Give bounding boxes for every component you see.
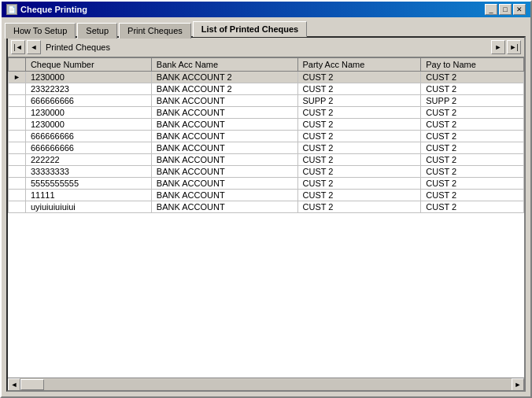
cell-party-acc-name: CUST 2 (297, 119, 421, 131)
tab-how-to-setup[interactable]: How To Setup (5, 23, 76, 39)
cell-party-acc-name: CUST 2 (297, 107, 421, 119)
cell-cheque-number: 666666666 (25, 95, 151, 107)
table-row[interactable]: 1230000BANK ACCOUNTCUST 2CUST 2 (9, 119, 524, 131)
cell-pay-to-name: CUST 2 (421, 154, 524, 166)
cell-cheque-number: uyiuiuiuiuiui (25, 201, 151, 213)
row-indicator (9, 142, 26, 154)
tab-print-cheques[interactable]: Print Cheques (119, 23, 191, 39)
table-row[interactable]: 5555555555BANK ACCOUNTCUST 2CUST 2 (9, 178, 524, 190)
cell-pay-to-name: CUST 2 (421, 201, 524, 213)
scroll-left-button[interactable]: ◄ (8, 378, 20, 391)
tab-bar: How To Setup Setup Print Cheques List of… (2, 17, 530, 36)
row-indicator (9, 166, 26, 178)
table-row[interactable]: 33333333BANK ACCOUNTCUST 2CUST 2 (9, 166, 524, 178)
row-indicator (9, 190, 26, 201)
printed-cheques-table: Cheque Number Bank Acc Name Party Acc Na… (8, 57, 524, 213)
cell-bank-acc-name: BANK ACCOUNT (151, 154, 297, 166)
cell-pay-to-name: CUST 2 (421, 142, 524, 154)
cell-cheque-number: 1230000 (25, 72, 151, 83)
cell-pay-to-name: CUST 2 (421, 107, 524, 119)
cell-bank-acc-name: BANK ACCOUNT (151, 95, 297, 107)
row-indicator (9, 119, 26, 131)
cell-pay-to-name: CUST 2 (421, 131, 524, 142)
row-indicator (9, 83, 26, 95)
scroll-track[interactable] (20, 379, 512, 390)
table-header-row: Cheque Number Bank Acc Name Party Acc Na… (9, 58, 524, 72)
cell-cheque-number: 11111 (25, 190, 151, 201)
row-indicator (9, 107, 26, 119)
col-bank-acc-name: Bank Acc Name (151, 58, 297, 72)
close-button[interactable]: ✕ (513, 4, 526, 15)
next-record-button[interactable]: ► (491, 40, 505, 54)
cell-party-acc-name: SUPP 2 (297, 95, 421, 107)
maximize-button[interactable]: □ (499, 4, 512, 15)
cell-cheque-number: 33333333 (25, 166, 151, 178)
cell-pay-to-name: SUPP 2 (421, 95, 524, 107)
minimize-button[interactable]: _ (485, 4, 497, 15)
scroll-right-button[interactable]: ► (512, 378, 524, 391)
row-indicator (9, 131, 26, 142)
cell-party-acc-name: CUST 2 (297, 201, 421, 213)
cell-cheque-number: 666666666 (25, 142, 151, 154)
cell-cheque-number: 1230000 (25, 107, 151, 119)
cell-party-acc-name: CUST 2 (297, 142, 421, 154)
cell-bank-acc-name: BANK ACCOUNT (151, 201, 297, 213)
horizontal-scrollbar[interactable]: ◄ ► (8, 378, 524, 390)
cell-pay-to-name: CUST 2 (421, 83, 524, 95)
table-row[interactable]: 11111BANK ACCOUNTCUST 2CUST 2 (9, 190, 524, 201)
cell-party-acc-name: CUST 2 (297, 190, 421, 201)
cell-bank-acc-name: BANK ACCOUNT 2 (151, 72, 297, 83)
cell-party-acc-name: CUST 2 (297, 72, 421, 83)
tab-list-of-printed-cheques[interactable]: List of Printed Cheques (193, 21, 307, 37)
table-row[interactable]: 666666666BANK ACCOUNTCUST 2CUST 2 (9, 131, 524, 142)
cell-bank-acc-name: BANK ACCOUNT (151, 178, 297, 190)
nav-label: Printed Cheques (46, 42, 110, 52)
table-row[interactable]: 1230000BANK ACCOUNTCUST 2CUST 2 (9, 107, 524, 119)
title-bar-left: 📄 Cheque Printing (6, 4, 87, 15)
table-row[interactable]: 222222BANK ACCOUNTCUST 2CUST 2 (9, 154, 524, 166)
cell-cheque-number: 222222 (25, 154, 151, 166)
main-window: 📄 Cheque Printing _ □ ✕ How To Setup Set… (0, 0, 532, 398)
row-indicator: ► (9, 72, 26, 83)
row-indicator (9, 178, 26, 190)
table-row[interactable]: 23322323BANK ACCOUNT 2CUST 2CUST 2 (9, 83, 524, 95)
cell-party-acc-name: CUST 2 (297, 154, 421, 166)
cell-pay-to-name: CUST 2 (421, 72, 524, 83)
cell-party-acc-name: CUST 2 (297, 178, 421, 190)
window-icon: 📄 (6, 4, 17, 15)
col-cheque-number: Cheque Number (25, 58, 151, 72)
nav-bar: |◄ ◄ Printed Cheques ► ►| (8, 38, 524, 57)
table-row[interactable]: 666666666BANK ACCOUNTCUST 2CUST 2 (9, 142, 524, 154)
row-indicator (9, 201, 26, 213)
cell-party-acc-name: CUST 2 (297, 131, 421, 142)
cell-party-acc-name: CUST 2 (297, 83, 421, 95)
table-row[interactable]: 666666666BANK ACCOUNTSUPP 2SUPP 2 (9, 95, 524, 107)
first-record-button[interactable]: |◄ (11, 40, 25, 54)
scroll-thumb[interactable] (20, 379, 44, 390)
col-pay-to-name: Pay to Name (421, 58, 524, 72)
cell-bank-acc-name: BANK ACCOUNT (151, 142, 297, 154)
col-party-acc-name: Party Acc Name (297, 58, 421, 72)
cell-cheque-number: 23322323 (25, 83, 151, 95)
cell-cheque-number: 666666666 (25, 131, 151, 142)
content-area: |◄ ◄ Printed Cheques ► ►| Cheque Number … (6, 36, 526, 392)
title-controls: _ □ ✕ (485, 4, 526, 15)
table-row[interactable]: uyiuiuiuiuiuiBANK ACCOUNTCUST 2CUST 2 (9, 201, 524, 213)
cell-bank-acc-name: BANK ACCOUNT (151, 131, 297, 142)
cell-bank-acc-name: BANK ACCOUNT (151, 119, 297, 131)
cell-party-acc-name: CUST 2 (297, 166, 421, 178)
cell-cheque-number: 1230000 (25, 119, 151, 131)
cell-bank-acc-name: BANK ACCOUNT (151, 166, 297, 178)
last-record-button[interactable]: ►| (507, 40, 521, 54)
row-indicator (9, 95, 26, 107)
prev-record-button[interactable]: ◄ (27, 40, 41, 54)
tab-setup[interactable]: Setup (77, 23, 117, 39)
cell-bank-acc-name: BANK ACCOUNT (151, 107, 297, 119)
table-row[interactable]: ►1230000BANK ACCOUNT 2CUST 2CUST 2 (9, 72, 524, 83)
table-container[interactable]: Cheque Number Bank Acc Name Party Acc Na… (8, 57, 524, 378)
cell-cheque-number: 5555555555 (25, 178, 151, 190)
title-bar: 📄 Cheque Printing _ □ ✕ (2, 2, 530, 17)
cell-bank-acc-name: BANK ACCOUNT 2 (151, 83, 297, 95)
cell-pay-to-name: CUST 2 (421, 178, 524, 190)
cell-pay-to-name: CUST 2 (421, 190, 524, 201)
